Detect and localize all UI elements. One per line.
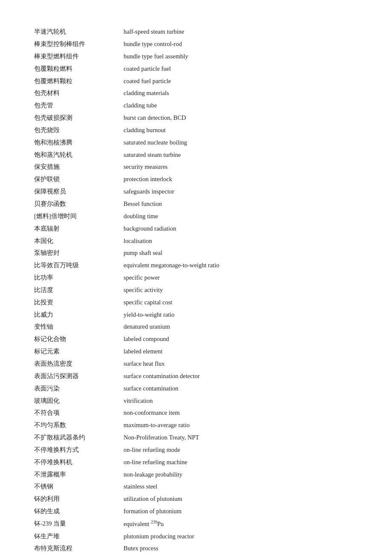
list-item: 钚生产堆plutonium producing reactor (34, 530, 358, 542)
list-item: 不符合项non-conformance item (34, 407, 358, 419)
english-term: protection interlock (124, 173, 358, 185)
list-item: 饱和泡核沸腾saturated nucleate boiling (34, 136, 358, 149)
list-item: 不停堆换料方式on-line refueling mode (34, 444, 358, 456)
chinese-term: 玻璃固化 (34, 394, 124, 407)
list-item: 不扩散核武器条约Non-Proliferation Treaty, NPT (34, 431, 358, 444)
list-item: 本底辐射background radiation (34, 223, 358, 235)
list-item: 包壳材料cladding materials (34, 87, 358, 99)
list-item: 变性铀denatured uranium (34, 321, 358, 333)
chinese-term: 变性铀 (34, 321, 124, 333)
chinese-term: 不停堆换料方式 (34, 444, 124, 456)
list-item: 比活度specific activity (34, 284, 358, 296)
chinese-term: 贝赛尔函数 (34, 198, 124, 210)
english-term: non-leakage probability (124, 468, 358, 480)
english-term: cladding burnout (124, 124, 358, 136)
list-item: 钚-239 当量equivalent 239Pu (34, 517, 358, 530)
english-term: specific power (124, 272, 358, 284)
english-term: labeled compound (124, 333, 358, 345)
english-term: vitrification (124, 394, 358, 407)
english-term: cladding tube (124, 99, 358, 112)
english-term: cladding materials (124, 87, 358, 99)
chinese-term: 比威力 (34, 308, 124, 321)
english-term: labeled element (124, 345, 358, 358)
list-item: 保护联锁protection interlock (34, 173, 358, 185)
english-term: bundle type control-rod (124, 38, 358, 50)
list-item: 表面热流密度surface heat flux (34, 358, 358, 370)
chinese-term: 包壳破损探测 (34, 112, 124, 124)
list-item: 包覆燃料颗粒coated fuel particle (34, 75, 358, 87)
chinese-term: 钚的利用 (34, 493, 124, 505)
english-term: yield-to-weight ratio (124, 308, 358, 321)
list-item: 包壳破损探测burst can detection, BCD (34, 112, 358, 124)
chinese-term: 包壳材料 (34, 87, 124, 99)
chinese-term: 饱和泡核沸腾 (34, 136, 124, 149)
list-item: 标记化合物labeled compound (34, 333, 358, 345)
list-item: 玻璃固化vitrification (34, 394, 358, 407)
list-item: 钚的利用utilization of plutonium (34, 493, 358, 505)
list-item: 比威力yield-to-weight ratio (34, 308, 358, 321)
chinese-term: 包覆燃料颗粒 (34, 75, 124, 87)
chinese-term: 不泄露概率 (34, 468, 124, 480)
english-term: equivalent megatonage-to-weight ratio (124, 259, 358, 272)
chinese-term: 表面污染 (34, 382, 124, 394)
chinese-term: 表面热流密度 (34, 358, 124, 370)
english-term: maximum-to-average ratio (124, 419, 358, 431)
chinese-term: 比等效百万吨级 (34, 259, 124, 272)
list-item: 半速汽轮机half-speed steam turbine (34, 26, 358, 38)
list-item: 包壳管cladding tube (34, 99, 358, 112)
english-term: denatured uranium (124, 321, 358, 333)
list-item: 表面沾污探测器surface contamination detector (34, 370, 358, 382)
chinese-term: 表面沾污探测器 (34, 370, 124, 382)
english-term: saturated nucleate boiling (124, 136, 358, 149)
chinese-term: 饱和蒸汽轮机 (34, 148, 124, 161)
english-term: stainless steel (124, 480, 358, 493)
list-item: 贝赛尔函数Bessel function (34, 198, 358, 210)
english-term: non-conformance item (124, 407, 358, 419)
english-term: burst can detection, BCD (124, 112, 358, 124)
english-term: surface contamination detector (124, 370, 358, 382)
chinese-term: 钚生产堆 (34, 530, 124, 542)
chinese-term: 本底辐射 (34, 223, 124, 235)
list-item: 不锈钢stainless steel (34, 480, 358, 493)
list-item: 钚的生成formation of plutonium (34, 505, 358, 517)
english-term: coated particle fuel (124, 63, 358, 75)
english-term: Bessel function (124, 198, 358, 210)
chinese-term: 包壳烧毁 (34, 124, 124, 136)
list-item: 保安措施security measures (34, 161, 358, 173)
chinese-term: 钚的生成 (34, 505, 124, 517)
chinese-term: 不停堆换料机 (34, 456, 124, 468)
list-item: 比投资specific capital cost (34, 296, 358, 309)
english-term: formation of plutonium (124, 505, 358, 517)
chinese-term: 不符合项 (34, 407, 124, 419)
entry-table: 半速汽轮机half-speed steam turbine棒束型控制棒组件bun… (34, 26, 358, 555)
chinese-term: 保安措施 (34, 161, 124, 173)
chinese-term: 布特克斯流程 (34, 542, 124, 555)
list-item: 包壳烧毁cladding burnout (34, 124, 358, 136)
list-item: 比等效百万吨级equivalent megatonage-to-weight r… (34, 259, 358, 272)
chinese-term: 不均匀系数 (34, 419, 124, 431)
english-term: half-speed steam turbine (124, 26, 358, 38)
chinese-term: 半速汽轮机 (34, 26, 124, 38)
list-item: 保障视察员safeguards inspector (34, 185, 358, 198)
chinese-term: 棒束型燃料组件 (34, 50, 124, 63)
english-term: on-line refueling machine (124, 456, 358, 468)
english-term: Non-Proliferation Treaty, NPT (124, 431, 358, 444)
list-item: 泵轴密封pump shaft seal (34, 247, 358, 259)
chinese-term: [燃料]倍增时间 (34, 210, 124, 223)
list-item: 饱和蒸汽轮机saturated steam turbine (34, 148, 358, 161)
english-term: pump shaft seal (124, 247, 358, 259)
chinese-term: 比投资 (34, 296, 124, 309)
list-item: 比功率specific power (34, 272, 358, 284)
english-term: specific activity (124, 284, 358, 296)
english-term: surface contamination (124, 382, 358, 394)
list-item: 棒束型燃料组件bundle type fuel assembly (34, 50, 358, 63)
list-item: 包覆颗粒燃料coated particle fuel (34, 63, 358, 75)
list-item: 不停堆换料机on-line refueling machine (34, 456, 358, 468)
english-term: background radiation (124, 223, 358, 235)
chinese-term: 本国化 (34, 234, 124, 247)
english-term: safeguards inspector (124, 185, 358, 198)
chinese-term: 保障视察员 (34, 185, 124, 198)
english-term: localisation (124, 234, 358, 247)
list-item: 标记元素labeled element (34, 345, 358, 358)
chinese-term: 包覆颗粒燃料 (34, 63, 124, 75)
